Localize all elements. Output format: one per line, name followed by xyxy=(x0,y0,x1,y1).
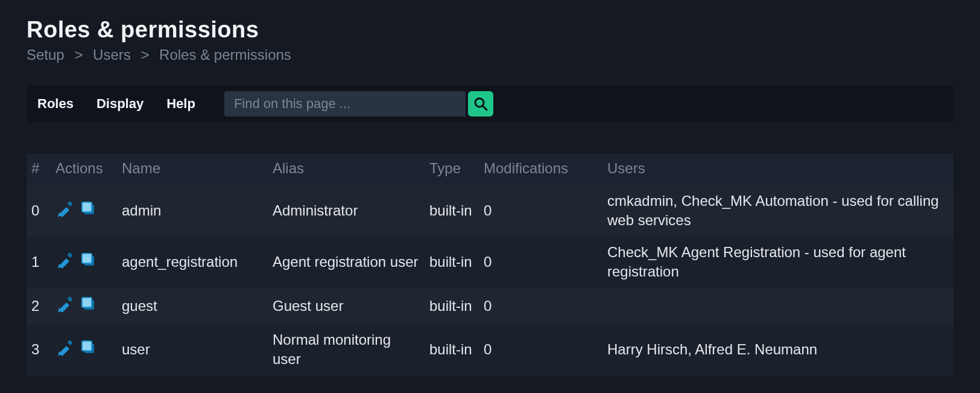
search-icon xyxy=(473,96,488,112)
cell-type: built-in xyxy=(425,237,479,288)
cell-type: built-in xyxy=(425,185,479,237)
cell-index: 2 xyxy=(27,288,51,324)
col-alias[interactable]: Alias xyxy=(268,154,425,185)
col-users[interactable]: Users xyxy=(602,154,953,185)
cell-users xyxy=(602,288,953,324)
edit-role-button[interactable] xyxy=(55,294,76,315)
page-search xyxy=(224,91,493,117)
cell-alias: Normal monitoring user xyxy=(268,324,425,375)
cell-index: 0 xyxy=(27,185,51,237)
edit-role-button[interactable] xyxy=(55,199,76,219)
edit-role-button[interactable] xyxy=(55,250,76,270)
col-actions[interactable]: Actions xyxy=(51,154,117,185)
col-modifications[interactable]: Modifications xyxy=(479,154,602,185)
cell-modifications: 0 xyxy=(479,237,602,288)
cell-type: built-in xyxy=(425,324,479,375)
cell-alias: Guest user xyxy=(268,288,425,324)
col-type[interactable]: Type xyxy=(425,154,479,185)
breadcrumb-separator: > xyxy=(134,46,155,63)
col-name[interactable]: Name xyxy=(117,154,268,185)
cell-name: agent_registration xyxy=(117,237,268,288)
table-row: 2guestGuest userbuilt-in0 xyxy=(27,288,953,324)
edit-role-button[interactable] xyxy=(55,337,76,358)
cell-modifications: 0 xyxy=(479,288,602,324)
table-header-row: # Actions Name Alias Type Modifications … xyxy=(27,154,953,185)
roles-table: # Actions Name Alias Type Modifications … xyxy=(27,154,953,375)
menu-display[interactable]: Display xyxy=(96,96,144,112)
pencil-icon xyxy=(57,295,75,313)
cell-actions xyxy=(51,185,117,237)
cell-type: built-in xyxy=(425,288,479,324)
pencil-icon xyxy=(57,339,75,357)
clone-role-button[interactable] xyxy=(78,294,99,315)
clone-icon xyxy=(80,339,98,357)
pencil-icon xyxy=(57,251,75,269)
cell-modifications: 0 xyxy=(479,185,602,237)
clone-icon xyxy=(80,295,98,313)
cell-actions xyxy=(51,324,117,375)
cell-name: guest xyxy=(117,288,268,324)
cell-index: 1 xyxy=(27,237,51,288)
pencil-icon xyxy=(57,200,75,218)
clone-role-button[interactable] xyxy=(78,250,99,270)
search-button[interactable] xyxy=(468,91,493,117)
breadcrumb: Setup > Users > Roles & permissions xyxy=(27,46,953,63)
cell-users: Harry Hirsch, Alfred E. Neumann xyxy=(602,324,953,375)
cell-actions xyxy=(51,288,117,324)
cell-actions xyxy=(51,237,117,288)
clone-icon xyxy=(80,200,98,218)
breadcrumb-item[interactable]: Users xyxy=(93,46,131,63)
table-row: 3userNormal monitoring userbuilt-in0Harr… xyxy=(27,324,953,375)
table-row: 0adminAdministratorbuilt-in0cmkadmin, Ch… xyxy=(27,185,953,237)
clone-role-button[interactable] xyxy=(78,337,99,358)
cell-alias: Administrator xyxy=(268,185,425,237)
menu-help[interactable]: Help xyxy=(166,96,195,112)
breadcrumb-item[interactable]: Setup xyxy=(27,46,65,63)
breadcrumb-separator: > xyxy=(68,46,89,63)
cell-index: 3 xyxy=(27,324,51,375)
table-row: 1agent_registrationAgent registration us… xyxy=(27,237,953,288)
search-input[interactable] xyxy=(224,91,466,117)
page-toolbar: Roles Display Help xyxy=(27,85,953,123)
cell-users: cmkadmin, Check_MK Automation - used for… xyxy=(602,185,953,237)
cell-modifications: 0 xyxy=(479,324,602,375)
col-index[interactable]: # xyxy=(27,154,51,185)
clone-role-button[interactable] xyxy=(78,199,99,219)
cell-users: Check_MK Agent Registration - used for a… xyxy=(602,237,953,288)
cell-name: user xyxy=(117,324,268,375)
breadcrumb-item[interactable]: Roles & permissions xyxy=(159,46,291,63)
page-title: Roles & permissions xyxy=(27,17,953,43)
menu-roles[interactable]: Roles xyxy=(37,96,74,112)
clone-icon xyxy=(80,251,98,269)
cell-name: admin xyxy=(117,185,268,237)
cell-alias: Agent registration user xyxy=(268,237,425,288)
